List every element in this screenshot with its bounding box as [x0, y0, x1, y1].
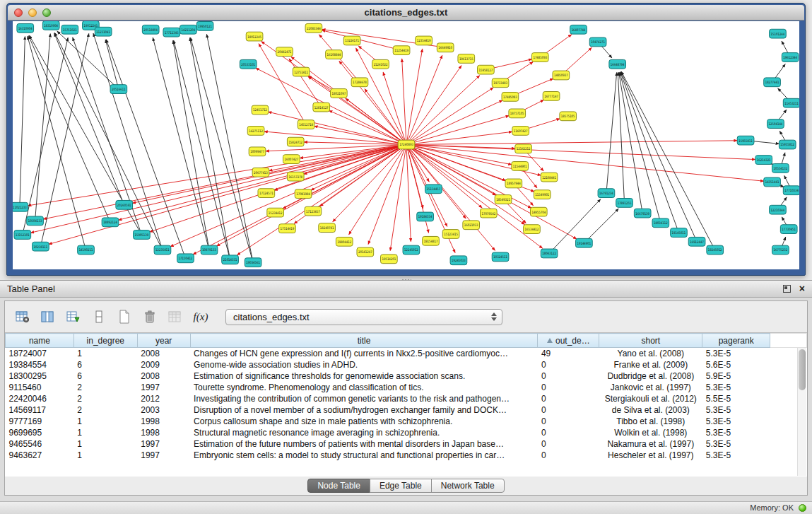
graph-node[interactable]: 12235811	[154, 245, 171, 255]
graph-node[interactable]: 18575105	[560, 112, 577, 121]
tab-node-table[interactable]: Node Table	[307, 479, 370, 493]
select-all-button[interactable]	[63, 307, 84, 327]
panel-resize-handle[interactable]	[401, 279, 411, 281]
graph-edge[interactable]	[406, 145, 764, 182]
graph-node[interactable]: 19034561	[245, 258, 261, 267]
graph-node[interactable]: 12108441	[541, 173, 558, 182]
graph-edge[interactable]	[406, 145, 755, 160]
graph-node[interactable]: 19613715	[458, 54, 475, 64]
graph-edge[interactable]	[20, 37, 25, 207]
graph-node[interactable]: 17081984	[295, 189, 312, 199]
graph-node[interactable]: 18757105	[509, 109, 526, 118]
graph-node[interactable]: 19245012	[707, 245, 724, 255]
graph-node[interactable]: 19144901	[576, 238, 593, 247]
function-builder-button[interactable]: f(x)	[190, 307, 211, 327]
graph-edge[interactable]	[406, 145, 531, 209]
graph-node[interactable]: 14211204	[180, 25, 197, 34]
column-header-year[interactable]: year	[137, 334, 190, 348]
graph-edge[interactable]	[406, 88, 493, 145]
graph-edge[interactable]	[23, 37, 68, 235]
table-options-button[interactable]	[12, 307, 33, 327]
graph-node[interactable]: 19184554	[417, 212, 434, 221]
graph-edge[interactable]	[406, 141, 737, 145]
column-header-name[interactable]: name	[6, 334, 74, 348]
graph-node[interactable]: 10474271	[589, 37, 606, 47]
graph-node[interactable]: 19612344	[782, 53, 799, 62]
graph-edge[interactable]	[190, 37, 230, 259]
graph-node[interactable]: 10879133	[201, 245, 218, 255]
graph-node[interactable]: 16775232	[772, 245, 789, 255]
graph-edge[interactable]	[406, 49, 423, 144]
table-row[interactable]: 1872400712008Changes of HCN gene express…	[6, 348, 807, 359]
graph-node[interactable]: 19950121	[196, 21, 213, 30]
graph-node[interactable]: 18012245	[246, 32, 263, 41]
graph-node[interactable]: 20442471	[276, 47, 293, 57]
graph-node[interactable]: 12354419	[416, 36, 433, 45]
graph-node[interactable]: 18310904	[42, 21, 59, 30]
graph-node[interactable]: 14955704	[530, 207, 547, 216]
graph-edge[interactable]	[329, 110, 406, 144]
tab-edge-table[interactable]: Edge Table	[370, 479, 432, 493]
graph-edge[interactable]	[289, 59, 322, 107]
graph-node[interactable]: 18957944	[505, 179, 522, 188]
graph-edge[interactable]	[368, 145, 406, 245]
graph-node[interactable]: 18549321	[495, 195, 512, 204]
graph-node[interactable]: 14275112	[247, 127, 264, 136]
graph-node[interactable]: 14351441	[764, 177, 781, 187]
graph-node[interactable]: 20518804	[142, 25, 159, 34]
graph-node[interactable]: 13224171	[343, 36, 360, 45]
graph-node[interactable]: 12162212	[515, 144, 532, 153]
graph-node[interactable]: 16649910	[437, 43, 454, 52]
graph-node[interactable]: 17123457	[305, 206, 322, 216]
graph-node[interactable]: 14190211	[78, 245, 95, 255]
graph-edge[interactable]	[549, 199, 601, 254]
graph-edge[interactable]	[322, 30, 401, 50]
graph-node[interactable]: 12814127	[313, 103, 330, 112]
graph-node[interactable]: 16407744	[570, 25, 587, 34]
graph-node[interactable]: 14850937	[553, 71, 570, 80]
table-row[interactable]: 1830029562008Estimation of significance …	[6, 370, 807, 382]
graph-node[interactable]: 15234412	[267, 208, 284, 217]
network-graph[interactable]: 1724089317284678180210971281412714512718…	[13, 21, 799, 269]
graph-edge[interactable]	[584, 209, 618, 243]
graph-node[interactable]: 10504133	[27, 216, 44, 226]
table-row[interactable]: 969969511998Structural magnetic resonanc…	[6, 427, 807, 438]
graph-node[interactable]: 12245012	[403, 245, 420, 255]
column-header-pagerank[interactable]: pagerank	[702, 334, 770, 348]
graph-node[interactable]: 21241022	[372, 59, 389, 69]
graph-edge[interactable]	[35, 34, 51, 221]
graph-node[interactable]: 16648794	[609, 59, 626, 69]
table-row[interactable]: 1456911722003Disruption of a novel membe…	[6, 404, 807, 416]
graph-node[interactable]: 20677413	[252, 168, 269, 177]
graph-edge[interactable]	[105, 40, 119, 89]
graph-node[interactable]: 19145011	[671, 228, 688, 238]
graph-node[interactable]: 16021033	[463, 221, 480, 230]
graph-edge[interactable]	[333, 145, 406, 222]
graph-node[interactable]: 16679139	[634, 209, 651, 218]
graph-edge[interactable]	[28, 36, 110, 223]
network-canvas[interactable]: 1724089317284678180210971281412714512718…	[13, 21, 799, 269]
graph-node[interactable]: 19514201	[381, 255, 398, 264]
graph-node[interactable]: 10238111	[33, 242, 49, 251]
table-row[interactable]: 911546021997Tourette syndrome. Phenomeno…	[6, 382, 807, 393]
graph-node[interactable]: 19733483	[492, 78, 509, 88]
graph-node[interactable]: 15958127	[478, 65, 495, 74]
graph-node[interactable]: 16157278	[287, 172, 304, 181]
import-table-button[interactable]	[165, 307, 186, 327]
graph-node[interactable]: 16214321	[755, 156, 772, 165]
tab-network-table[interactable]: Network Table	[431, 479, 505, 493]
graph-edge[interactable]	[49, 145, 406, 245]
graph-edge[interactable]	[150, 145, 406, 233]
graph-node[interactable]: 17514419	[279, 224, 296, 233]
graph-edge[interactable]	[406, 66, 461, 145]
table-scrollbar[interactable]	[797, 348, 806, 476]
graph-edge[interactable]	[237, 145, 406, 255]
graph-node[interactable]: 11453211	[783, 98, 799, 107]
float-panel-icon[interactable]	[783, 285, 791, 293]
graph-node[interactable]: 11544901	[512, 162, 529, 171]
graph-node[interactable]: 17284678	[351, 78, 368, 87]
graph-node[interactable]: 22083344	[305, 23, 322, 33]
table-scrollbar-thumb[interactable]	[799, 349, 806, 390]
graph-edge[interactable]	[406, 55, 442, 144]
graph-node[interactable]: 20141247	[357, 247, 374, 257]
